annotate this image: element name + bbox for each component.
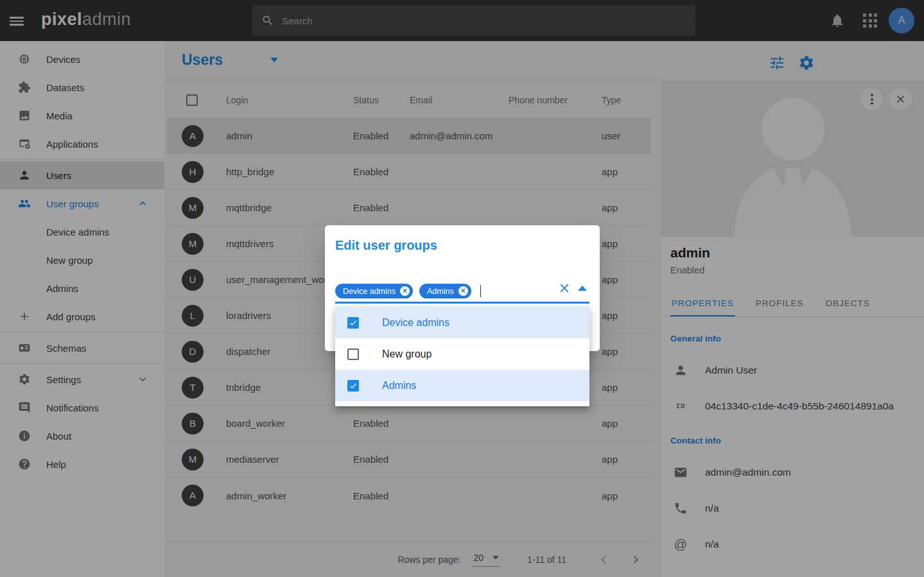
option-admins[interactable]: Admins xyxy=(335,370,589,401)
chip-device-admins: Device admins × xyxy=(335,284,413,298)
option-label: Admins xyxy=(382,380,416,392)
chip-label: Device admins xyxy=(343,287,396,296)
dialog-title: Edit user groups xyxy=(335,238,437,253)
collapse-dropdown-icon[interactable] xyxy=(578,286,587,291)
chip-admins: Admins × xyxy=(419,284,471,298)
checkbox-checked-icon xyxy=(347,317,359,329)
chip-label: Admins xyxy=(427,287,454,296)
groups-dropdown: Device admins New group Admins xyxy=(335,307,589,406)
checkbox-unchecked-icon xyxy=(347,349,359,360)
option-new-group[interactable]: New group xyxy=(335,338,589,370)
chip-remove-icon[interactable]: × xyxy=(400,286,410,296)
option-label: Device admins xyxy=(382,317,449,329)
input-underline xyxy=(335,302,589,304)
option-label: New group xyxy=(382,349,431,360)
checkbox-checked-icon xyxy=(347,380,359,392)
text-cursor xyxy=(480,285,482,297)
groups-chip-input[interactable]: Device admins × Admins × xyxy=(335,284,481,298)
chip-remove-icon[interactable]: × xyxy=(458,286,468,296)
clear-selection-icon[interactable] xyxy=(557,281,571,295)
option-device-admins[interactable]: Device admins xyxy=(335,307,589,338)
